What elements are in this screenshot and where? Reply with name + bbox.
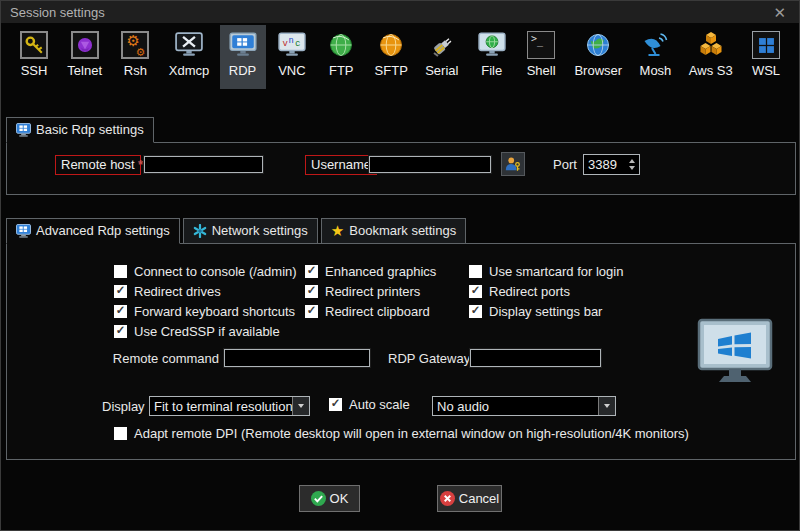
checkbox[interactable] <box>329 398 342 411</box>
session-type-ssh[interactable]: SSH <box>11 25 57 89</box>
ok-button[interactable]: OK <box>299 485 360 512</box>
rdp-monitor-icon <box>16 224 31 238</box>
display-label: Display <box>102 399 145 414</box>
port-input[interactable] <box>584 155 625 174</box>
session-type-vnc[interactable]: vnc VNC <box>269 25 315 89</box>
spin-down-icon[interactable] <box>629 166 635 170</box>
svg-text:v: v <box>283 37 288 48</box>
checkbox-redirect-printers[interactable]: Redirect printers <box>305 284 436 298</box>
tab-basic-rdp-settings[interactable]: Basic Rdp settings <box>6 117 154 143</box>
remote-command-input[interactable] <box>224 349 370 367</box>
checkbox-label: Enhanced graphics <box>325 264 436 279</box>
monitor-vnc-icon: vnc <box>276 30 308 60</box>
tab-network-settings[interactable]: Network settings <box>183 218 318 244</box>
tab-advanced-rdp-settings[interactable]: Advanced Rdp settings <box>6 218 180 244</box>
credentials-button[interactable] <box>501 152 525 176</box>
checkbox[interactable] <box>305 285 318 298</box>
cancel-x-icon <box>440 491 455 506</box>
session-type-rdp[interactable]: RDP <box>220 25 266 89</box>
checkbox-redirect-drives[interactable]: Redirect drives <box>114 284 297 298</box>
tab-bookmark-settings[interactable]: ★ Bookmark settings <box>321 218 466 244</box>
spin-up-icon[interactable] <box>629 159 635 163</box>
session-type-telnet[interactable]: Telnet <box>60 25 109 89</box>
checkbox[interactable] <box>114 305 127 318</box>
monitor-globe-icon <box>476 30 508 60</box>
gem-icon <box>69 30 101 60</box>
checkbox[interactable] <box>469 285 482 298</box>
remote-host-input[interactable] <box>144 156 263 173</box>
session-type-label: SSH <box>21 63 48 78</box>
cancel-button[interactable]: Cancel <box>437 485 502 512</box>
adapt-dpi-checkbox[interactable]: Adapt remote DPI (Remote desktop will op… <box>114 426 689 440</box>
checkbox-enhanced-graphics[interactable]: Enhanced graphics <box>305 264 436 278</box>
auto-scale-checkbox[interactable]: Auto scale <box>329 397 410 411</box>
orange-globe-icon <box>375 30 407 60</box>
checkbox[interactable] <box>114 285 127 298</box>
advanced-rdp-panel: Connect to console (/admin) Redirect dri… <box>6 243 796 460</box>
display-resolution-select[interactable]: Fit to terminal resolution <box>149 396 310 416</box>
monitor-x-icon <box>173 30 205 60</box>
checkbox[interactable] <box>114 427 127 440</box>
checkbox-redirect-clipboard[interactable]: Redirect clipboard <box>305 304 436 318</box>
checkbox[interactable] <box>114 325 127 338</box>
username-input[interactable] <box>369 156 491 173</box>
tab-label: Basic Rdp settings <box>36 122 144 137</box>
cubes-icon <box>695 30 727 60</box>
checkbox-label: Use smartcard for login <box>489 264 623 279</box>
checkbox-connect-console[interactable]: Connect to console (/admin) <box>114 264 297 278</box>
satellite-icon <box>639 30 671 60</box>
checkbox[interactable] <box>469 265 482 278</box>
session-type-serial[interactable]: Serial <box>418 25 465 89</box>
checkbox-column-3: Use smartcard for login Redirect ports D… <box>469 264 623 318</box>
checkbox-label: Display settings bar <box>489 304 602 319</box>
checkbox-label: Auto scale <box>349 397 410 412</box>
checkbox-label: Use CredSSP if available <box>134 324 280 339</box>
globe-icon <box>582 30 614 60</box>
session-type-label: Shell <box>527 63 556 78</box>
checkbox-redirect-ports[interactable]: Redirect ports <box>469 284 623 298</box>
session-type-xdmcp[interactable]: Xdmcp <box>162 25 216 89</box>
checkbox[interactable] <box>305 305 318 318</box>
session-type-rsh[interactable]: ⚙ ⚙ Rsh <box>112 25 158 89</box>
session-type-wsl[interactable]: WSL <box>743 25 789 89</box>
session-type-label: SFTP <box>375 63 408 78</box>
audio-select[interactable]: No audio <box>432 396 616 416</box>
checkbox[interactable] <box>469 305 482 318</box>
checkbox-label: Forward keyboard shortcuts <box>134 304 295 319</box>
checkbox-credssp[interactable]: Use CredSSP if available <box>114 324 297 338</box>
session-type-sftp[interactable]: SFTP <box>368 25 415 89</box>
session-type-aws-s3[interactable]: Aws S3 <box>682 25 740 89</box>
rdp-gateway-label: RDP Gateway <box>388 351 470 366</box>
close-icon[interactable]: ✕ <box>769 5 790 20</box>
checkbox-display-settings-bar[interactable]: Display settings bar <box>469 304 623 318</box>
gears-icon: ⚙ ⚙ <box>119 30 151 60</box>
checkbox-smartcard[interactable]: Use smartcard for login <box>469 264 623 278</box>
session-type-label: Rsh <box>124 63 147 78</box>
checkbox[interactable] <box>305 265 318 278</box>
rdp-monitor-icon <box>16 123 31 137</box>
terminal-icon: > _ <box>525 30 557 60</box>
session-type-strip: SSH Telnet ⚙ ⚙ Rsh Xdmcp RDP <box>3 25 797 89</box>
checkbox-label: Redirect printers <box>325 284 420 299</box>
session-type-label: VNC <box>278 63 305 78</box>
session-type-mosh[interactable]: Mosh <box>632 25 678 89</box>
session-type-label: Mosh <box>640 63 672 78</box>
checkbox-forward-keyboard[interactable]: Forward keyboard shortcuts <box>114 304 297 318</box>
remote-host-label: Remote host <box>55 155 141 175</box>
key-icon <box>18 30 50 60</box>
session-type-file[interactable]: File <box>469 25 515 89</box>
session-type-label: RDP <box>229 63 256 78</box>
session-type-label: Telnet <box>67 63 102 78</box>
session-type-shell[interactable]: > _ Shell <box>518 25 564 89</box>
rdp-gateway-input[interactable] <box>470 349 601 367</box>
checkbox[interactable] <box>114 265 127 278</box>
session-type-browser[interactable]: Browser <box>567 25 629 89</box>
checkbox-label: Connect to console (/admin) <box>134 264 297 279</box>
star-icon: ★ <box>331 224 344 237</box>
chevron-down-icon <box>598 397 615 415</box>
svg-text:n: n <box>289 35 294 45</box>
chevron-down-icon <box>292 397 309 415</box>
session-type-label: WSL <box>752 63 780 78</box>
ok-check-icon <box>311 491 326 506</box>
session-type-ftp[interactable]: FTP <box>318 25 364 89</box>
